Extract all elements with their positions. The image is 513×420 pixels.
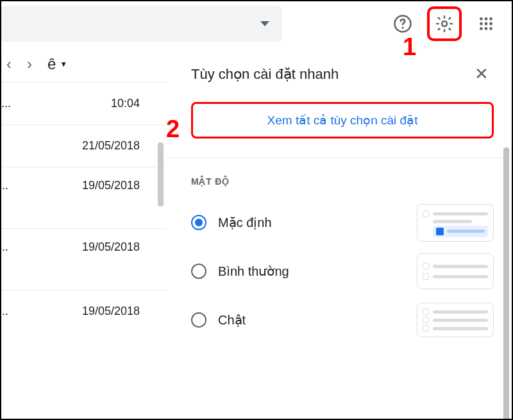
density-option-compact[interactable]: Chật <box>191 296 494 344</box>
row-time: 19/05/2018 <box>82 305 140 318</box>
radio-icon[interactable] <box>191 264 206 279</box>
annotation-step-2: 2 <box>166 115 180 143</box>
density-section-label: MẬT ĐỘ <box>191 176 494 187</box>
svg-point-8 <box>489 22 492 26</box>
svg-point-3 <box>480 17 483 21</box>
message-list-column: ‹ › ê ▼ i... 10:04 21/05/2018 ... 19/05/… <box>1 46 165 420</box>
panel-scrollbar-thumb[interactable] <box>503 147 509 420</box>
density-preview-comfortable <box>417 253 494 289</box>
list-item[interactable]: ... 19/05/2018 <box>1 167 165 228</box>
row-time: 19/05/2018 <box>82 240 140 254</box>
dropdown-caret-icon[interactable] <box>260 21 269 26</box>
divider <box>165 158 512 158</box>
quick-settings-panel: Tùy chọn cài đặt nhanh ✕ Xem tất cả tùy … <box>165 46 512 420</box>
density-option-default[interactable]: Mặc định <box>191 198 494 247</box>
list-item[interactable]: i... 10:04 <box>1 82 165 124</box>
option-label: Bình thường <box>218 264 405 279</box>
row-preview: ... <box>1 179 8 192</box>
radio-icon[interactable] <box>191 312 206 328</box>
list-item[interactable]: ... 19/05/2018 <box>1 228 165 290</box>
row-time: 19/05/2018 <box>82 179 140 192</box>
pagination-nav: ‹ › ê ▼ <box>1 46 165 82</box>
list-item[interactable]: 21/05/2018 <box>1 124 165 167</box>
density-preview-default <box>417 204 494 242</box>
svg-point-6 <box>480 22 483 26</box>
row-preview: ... <box>1 240 8 254</box>
option-label: Chật <box>218 312 405 328</box>
scrollbar-thumb[interactable] <box>158 142 164 206</box>
row-time: 10:04 <box>111 97 140 110</box>
svg-point-11 <box>489 27 492 30</box>
prev-page-icon[interactable]: ‹ <box>6 55 12 73</box>
see-all-settings-button[interactable]: Xem tất cả tùy chọn cài đặt <box>191 102 494 139</box>
svg-point-9 <box>480 27 483 30</box>
apps-grid-icon[interactable] <box>473 11 499 37</box>
main-area: ‹ › ê ▼ i... 10:04 21/05/2018 ... 19/05/… <box>1 46 512 420</box>
svg-point-7 <box>485 22 488 26</box>
search-box[interactable] <box>0 6 282 42</box>
density-option-comfortable[interactable]: Bình thường <box>191 247 494 296</box>
close-icon[interactable]: ✕ <box>469 62 494 87</box>
panel-title: Tùy chọn cài đặt nhanh <box>191 66 339 83</box>
top-bar <box>1 1 512 46</box>
row-preview: i... <box>1 97 11 110</box>
density-preview-compact <box>417 303 494 337</box>
settings-gear-icon[interactable] <box>427 6 462 41</box>
radio-icon[interactable] <box>191 215 206 230</box>
row-preview: ... <box>1 305 8 318</box>
input-tool-dropdown[interactable]: ê ▼ <box>47 55 67 73</box>
next-page-icon[interactable]: › <box>27 55 32 73</box>
help-icon[interactable] <box>390 11 416 37</box>
svg-point-5 <box>489 17 492 21</box>
svg-point-10 <box>485 27 488 30</box>
svg-point-4 <box>485 17 488 21</box>
row-time: 21/05/2018 <box>82 139 140 153</box>
list-item[interactable]: ... 19/05/2018 <box>1 290 165 332</box>
svg-point-1 <box>402 27 404 29</box>
option-label: Mặc định <box>218 215 405 230</box>
